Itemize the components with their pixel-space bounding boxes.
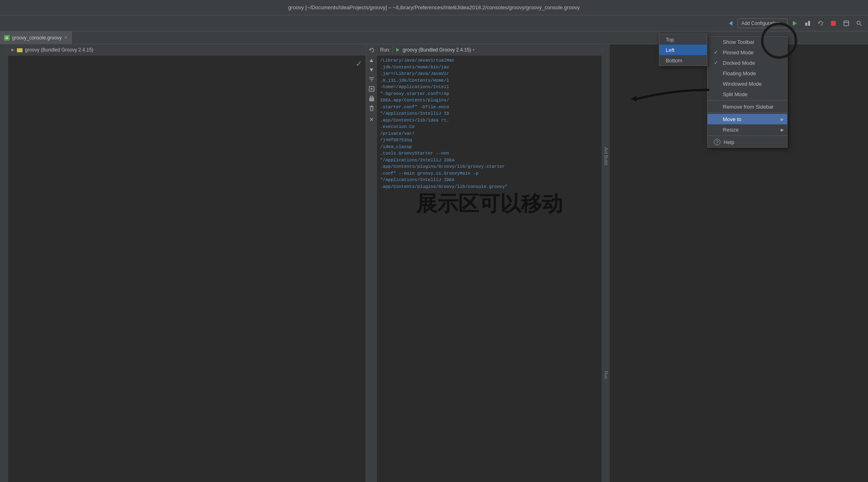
down-button[interactable]: ▼: [367, 65, 376, 74]
menu-item-docked-mode[interactable]: ✓ Docked Mode: [708, 58, 787, 68]
build-button[interactable]: [802, 18, 813, 29]
submenu-bottom[interactable]: Bottom: [659, 55, 707, 66]
svg-marker-12: [370, 49, 371, 51]
svg-marker-0: [729, 21, 732, 26]
svg-marker-4: [819, 22, 820, 24]
run-tab[interactable]: Run: [603, 369, 609, 381]
run-play-icon: [395, 47, 400, 52]
output-line: .jar=/Library/Java/JavaVir: [380, 70, 599, 77]
output-line: .conf" --main groovy.ui.GroovyMain -p: [380, 170, 599, 177]
output-line: /j49f86753sq: [380, 137, 599, 144]
print-button[interactable]: [367, 94, 376, 103]
output-line: .0_131.jdk/Contents/Home/l: [380, 77, 599, 84]
output-line: -starter.conf" -Dfile.enco: [380, 104, 599, 111]
menu-label-windowed-mode: Windowed Mode: [723, 81, 762, 87]
submenu-top-label: Top: [666, 37, 674, 43]
menu-label-remove-sidebar: Remove from Sidebar: [723, 104, 773, 110]
menu-label-help: Help: [724, 139, 734, 145]
submenu-top[interactable]: Top: [659, 34, 707, 45]
menu-item-resize[interactable]: Resize ▶: [708, 124, 787, 135]
resize-arrow: ▶: [781, 128, 784, 132]
output-content: /Library/Java/JavaVirtualMac .jdk/Conten…: [377, 56, 602, 482]
svg-point-8: [857, 21, 860, 24]
menu-item-help[interactable]: ? Help: [708, 137, 787, 147]
menu-item-floating-mode[interactable]: Floating Mode: [708, 68, 787, 78]
file-tree-panel: ▶ groovy (Bundled Groovy 2.4.15) ✓: [8, 44, 366, 482]
output-line: /Library/Java/JavaVirtualMac: [380, 57, 599, 64]
submenu-left[interactable]: Left: [659, 45, 707, 55]
menu-label-docked-mode: Docked Mode: [723, 60, 755, 66]
run-button[interactable]: [789, 18, 800, 29]
chinese-annotation-text: 展示区可以移动: [416, 190, 563, 221]
svg-rect-3: [808, 21, 810, 26]
output-line: IDEA.app/Contents/plugins/: [380, 97, 599, 104]
refresh-button[interactable]: [367, 46, 376, 55]
menu-item-remove-sidebar[interactable]: Remove from Sidebar: [708, 101, 787, 112]
menu-label-show-toolbar: Show Toolbar: [723, 39, 755, 45]
back-button[interactable]: [725, 18, 736, 29]
menu-item-pinned-mode[interactable]: ✓ Pinned Mode: [708, 47, 787, 58]
add-config-button[interactable]: Add Configuration...: [738, 19, 788, 28]
tab-label: groovy_console.groovy: [12, 35, 62, 41]
output-line: -home=/Applications/Intell: [380, 84, 599, 91]
output-line: /private/var/: [380, 130, 599, 137]
title-bar: groovy [~/Documents/IdeaProjects/groovy]…: [0, 0, 868, 15]
svg-rect-23: [370, 107, 373, 111]
rerun-button[interactable]: [815, 18, 826, 29]
output-line: "/Applications/IntelliJ ID: [380, 110, 599, 117]
import-button[interactable]: [367, 84, 376, 93]
tab-groovy-console[interactable]: G groovy_console.groovy ✕: [0, 31, 72, 44]
tree-expand-arrow[interactable]: ▶: [11, 47, 14, 52]
delete-button[interactable]: [367, 104, 376, 113]
svg-marker-25: [396, 48, 399, 52]
close-panel-button[interactable]: ✕: [367, 115, 376, 124]
run-output-panel: Run: groovy (Bundled Groovy 2.4.15) ▾ /L…: [376, 44, 602, 482]
menu-item-move-to[interactable]: Move to ▶: [708, 114, 787, 124]
menu-separator-1: [708, 100, 787, 101]
run-config-label: groovy (Bundled Groovy 2.4.15) ▾: [403, 47, 475, 53]
svg-rect-6: [844, 21, 849, 26]
output-line: .app/Contents/lib/idea rt.: [380, 117, 599, 124]
stop-button[interactable]: [828, 18, 839, 29]
menu-item-windowed-mode[interactable]: Windowed Mode: [708, 78, 787, 89]
tab-close-button[interactable]: ✕: [64, 35, 68, 40]
filter-button[interactable]: [367, 75, 376, 84]
output-line: "/Applications/IntelliJ IDEA: [380, 157, 599, 164]
output-line: /idea_classp: [380, 144, 599, 150]
output-line: "/Applications/IntelliJ IDEA: [380, 177, 599, 183]
submenu-left-label: Left: [666, 47, 675, 53]
menu-item-split-mode[interactable]: Split Mode: [708, 89, 787, 99]
display-area: 展示区可以移动: [380, 190, 599, 221]
search-button[interactable]: [854, 18, 865, 29]
menu-label-move-to: Move to: [723, 116, 741, 122]
move-to-submenu: Top Left Bottom: [659, 34, 707, 66]
menu-label-resize: Resize: [723, 127, 739, 133]
svg-line-9: [860, 24, 862, 26]
svg-rect-11: [17, 48, 20, 49]
output-line: .jdk/Contents/Home/bin/jav: [380, 64, 599, 71]
right-vertical-tabs: Ant Build Run: [602, 44, 610, 482]
folder-icon: [17, 47, 23, 53]
move-to-arrow: ▶: [781, 117, 784, 122]
file-tree-header: ▶ groovy (Bundled Groovy 2.4.15): [8, 44, 366, 56]
output-line: .execution.Co: [380, 124, 599, 130]
title-bar-text: groovy [~/Documents/IdeaProjects/groovy]…: [288, 4, 580, 10]
tree-item-label: groovy (Bundled Groovy 2.4.15): [25, 47, 93, 53]
svg-rect-5: [831, 21, 836, 26]
menu-label-split-mode: Split Mode: [723, 91, 747, 97]
check-mark: ✓: [356, 59, 362, 68]
output-line: .app/Contents/plugins/Groovy/lib/console…: [380, 183, 599, 190]
menu-separator-2: [708, 113, 787, 113]
menu-label-pinned-mode: Pinned Mode: [723, 49, 754, 56]
toolbar: Add Configuration...: [0, 15, 868, 31]
frame-button[interactable]: [841, 18, 852, 29]
up-button[interactable]: ▲: [367, 56, 376, 64]
menu-item-show-toolbar[interactable]: Show Toolbar: [708, 37, 787, 47]
svg-rect-2: [805, 23, 807, 26]
left-sidebar: [0, 44, 8, 482]
tab-file-icon: G: [4, 35, 10, 41]
context-menu: Show Toolbar ✓ Pinned Mode ✓ Docked Mode…: [707, 36, 788, 148]
ant-build-tab[interactable]: Ant Build: [603, 146, 609, 167]
menu-label-floating-mode: Floating Mode: [723, 70, 756, 76]
output-line: "-Dgroovy.starter.conf=/Ap: [380, 91, 599, 97]
